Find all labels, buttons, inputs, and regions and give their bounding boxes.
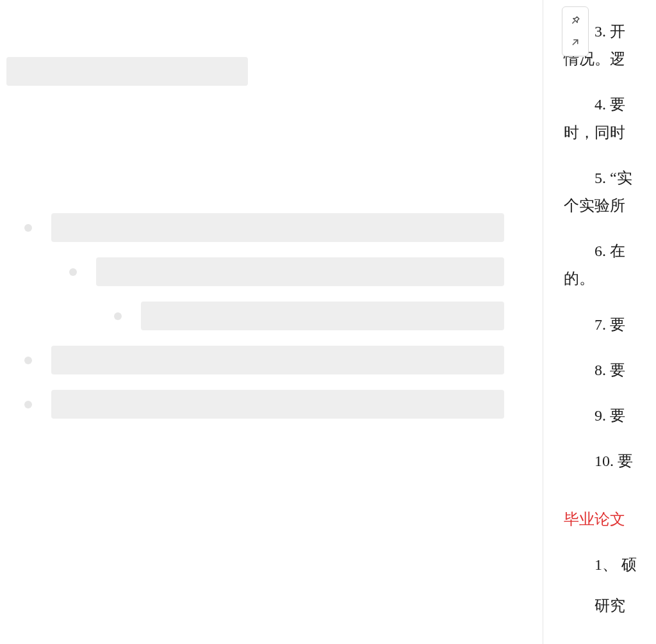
list-item-line: 1、 硕 — [564, 551, 656, 579]
skeleton-outline-list — [24, 213, 504, 434]
list-item: 10. 要 — [564, 447, 656, 475]
skeleton-row — [114, 302, 504, 330]
skeleton-row — [24, 346, 504, 374]
skeleton-bar — [51, 213, 504, 242]
list-item-line: 9. 要 — [564, 402, 656, 430]
list-item: 7. 要 — [564, 311, 656, 339]
list-item: 研究 — [564, 592, 656, 620]
list-item-line: 8. 要 — [564, 357, 656, 384]
pin-button[interactable] — [564, 10, 586, 31]
list-item: 1、 硕 — [564, 551, 656, 579]
skeleton-bullet — [24, 401, 32, 408]
preview-toolbar — [562, 6, 589, 56]
outline-pane — [0, 0, 543, 644]
list-item-wrap: 的。 — [564, 265, 656, 293]
skeleton-bar — [141, 302, 504, 330]
open-external-button[interactable] — [564, 31, 586, 53]
list-item-wrap: 个实验所 — [564, 192, 656, 220]
list-item-wrap: 时，同时 — [564, 119, 656, 147]
list-item: 8. 要 — [564, 357, 656, 384]
skeleton-bullet — [24, 357, 32, 364]
skeleton-bar — [51, 390, 504, 419]
svg-line-1 — [573, 40, 578, 45]
skeleton-bar — [51, 346, 504, 374]
skeleton-row — [69, 257, 504, 286]
skeleton-bullet — [114, 312, 122, 320]
list-item-line: 10. 要 — [564, 447, 656, 475]
pin-icon — [570, 15, 581, 26]
list-item-line: 7. 要 — [564, 311, 656, 339]
skeleton-heading — [6, 57, 248, 86]
list-item: 9. 要 — [564, 402, 656, 430]
svg-line-0 — [573, 21, 575, 23]
list-item: 4. 要 — [564, 91, 656, 118]
list-item-line: 研究 — [564, 592, 656, 620]
section-heading: 毕业论文 — [564, 506, 656, 533]
skeleton-bullet — [24, 224, 32, 232]
list-item-line: 4. 要 — [564, 91, 656, 118]
list-item: 5. “实 — [564, 165, 656, 192]
skeleton-row — [24, 213, 504, 242]
document-body: 3. 开 情况。逻 4. 要 时，同时 5. “实 个实验所 6. 在 的。 7… — [564, 0, 656, 620]
arrow-up-right-icon — [570, 36, 581, 48]
list-item: 6. 在 — [564, 237, 656, 265]
skeleton-row — [24, 390, 504, 419]
document-preview-pane[interactable]: 3. 开 情况。逻 4. 要 时，同时 5. “实 个实验所 6. 在 的。 7… — [543, 0, 656, 644]
skeleton-bar — [96, 257, 504, 286]
list-item-line: 6. 在 — [564, 237, 656, 265]
list-item-line: 5. “实 — [564, 165, 656, 192]
skeleton-bullet — [69, 268, 77, 276]
